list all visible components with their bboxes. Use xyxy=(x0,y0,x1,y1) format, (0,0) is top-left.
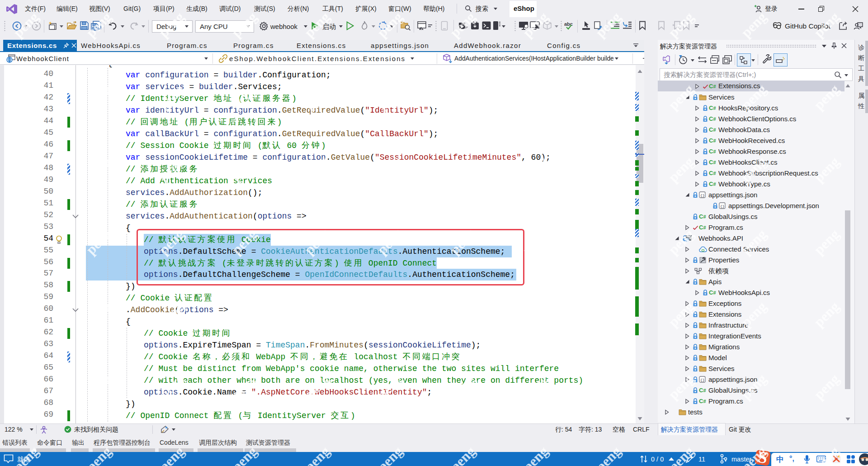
svg-text:{}: {} xyxy=(700,378,705,382)
svg-text:{}: {} xyxy=(700,193,705,197)
svg-text:{}: {} xyxy=(720,204,725,208)
svg-text:abc: abc xyxy=(564,21,573,27)
